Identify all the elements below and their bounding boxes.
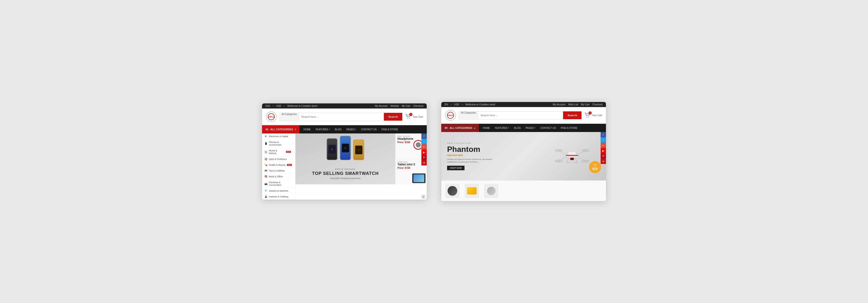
- sidebar-item-label: Jewelry & Watches: [269, 189, 288, 192]
- product-gray: [487, 187, 496, 195]
- sidebar-item-health[interactable]: 💊 Health & Beauty NEW: [262, 162, 295, 168]
- logo[interactable]: COMPLEX: [445, 110, 456, 121]
- sidebar-item-phones[interactable]: 📱 Phones & Accessories ›: [262, 139, 295, 148]
- panel-tag: BEAT BRAND: [397, 135, 425, 137]
- sidebar-item-electronic[interactable]: 🖥 Electronic & Digital ›: [262, 133, 295, 139]
- nav-features[interactable]: FEATURES ▾: [492, 124, 512, 132]
- pinterest-btn[interactable]: P: [422, 155, 427, 160]
- pinterest-btn[interactable]: P: [600, 153, 606, 159]
- wishlist-link[interactable]: Wishlist: [391, 104, 399, 107]
- jewelry-icon: 💎: [265, 189, 268, 192]
- youtube-btn[interactable]: ▶: [422, 149, 427, 155]
- left-top-bar: EN2 ▾ USD ▾ Wellcome to Complex store! M…: [262, 103, 427, 109]
- home-icon: 🏠: [265, 151, 268, 153]
- twitter-btn[interactable]: t: [600, 137, 606, 143]
- my-account-link[interactable]: My Account: [553, 103, 565, 106]
- product-thumb-2[interactable]: [465, 184, 479, 198]
- hero-big-banner: ⚡ 9:41 🎵 APPLE BRANDS TOP SELLING SMARTW…: [296, 133, 395, 184]
- youtube-btn[interactable]: ▶: [600, 148, 606, 153]
- watch-gold: 🎵: [353, 140, 364, 160]
- lang-selector[interactable]: EN2: [266, 104, 270, 107]
- all-categories-btn[interactable]: ALL CATEGORIES ▴: [441, 124, 479, 132]
- search-button[interactable]: Search: [384, 113, 402, 121]
- nav-features[interactable]: FEATURES ▾: [313, 125, 333, 133]
- left-header: COMPLEX All Categories Search 0 Your Car…: [262, 109, 427, 125]
- hamburger-icon: [266, 128, 268, 130]
- tablet-screen: [413, 174, 424, 182]
- logo[interactable]: COMPLEX: [266, 112, 277, 122]
- left-hero-area: f t G+ ▶ P ✉ ⚡ 9:41: [296, 133, 427, 200]
- my-account-link[interactable]: My Account: [375, 104, 388, 107]
- sidebar-item-toys[interactable]: 🎮 Toys & Hobbies: [262, 168, 295, 174]
- search-input[interactable]: [478, 112, 563, 119]
- sidebar-item-label: Fashion & Clothing: [269, 195, 288, 198]
- nav-contact[interactable]: CONTACT US: [359, 125, 379, 133]
- twitter-btn[interactable]: t: [422, 139, 427, 144]
- nav-pages[interactable]: PAGES ▾: [344, 125, 359, 133]
- watch-screen: 🎵: [355, 146, 362, 154]
- electronic-icon: 🖥: [265, 135, 268, 138]
- googleplus-btn[interactable]: G+: [600, 143, 606, 148]
- watch-screen: ⚡: [329, 145, 336, 154]
- currency-selector[interactable]: USD: [276, 104, 281, 107]
- email-btn[interactable]: ✉: [600, 159, 606, 164]
- wish-list-link[interactable]: Wish List: [568, 103, 578, 106]
- checkout-link[interactable]: Checkout: [592, 103, 602, 106]
- product-thumb-3[interactable]: [484, 184, 498, 198]
- search-button[interactable]: Search: [563, 112, 582, 119]
- currency-selector[interactable]: USD: [454, 103, 459, 106]
- sidebar-item-fashion[interactable]: 👗 Fashion & Clothing: [262, 194, 295, 200]
- googleplus-btn[interactable]: G+: [422, 144, 427, 149]
- cart-badge: 0: [409, 113, 412, 116]
- email-btn[interactable]: ✉: [422, 160, 427, 165]
- nav-pages[interactable]: PAGES ▾: [523, 124, 538, 132]
- search-bar: All Categories Search: [279, 113, 403, 121]
- watches-decoration: ⚡ 9:41 🎵: [327, 136, 364, 160]
- category-select[interactable]: All Categories: [280, 113, 299, 121]
- all-categories-btn[interactable]: ALL CATEGORIES ▾: [262, 125, 300, 133]
- hero-main: ⚡ 9:41 🎵 APPLE BRANDS TOP SELLING SMARTW…: [296, 133, 427, 184]
- right-hero-content: NEW COLLECTION Phantom Only from $920 Cl…: [441, 137, 501, 175]
- svg-line-21: [567, 158, 568, 162]
- sidebar-item-cameras[interactable]: 📷 Cameras & Camcorders: [262, 180, 295, 188]
- sidebar-item-sport[interactable]: ⚽ Sport & Outdoors ›: [262, 156, 295, 162]
- svg-line-22: [576, 158, 577, 162]
- cart-area[interactable]: 0 Your Cart: [405, 114, 423, 119]
- facebook-btn[interactable]: f: [600, 132, 606, 137]
- product-thumb-1[interactable]: [445, 184, 460, 198]
- sidebar-item-book[interactable]: 📚 Book & Office: [262, 174, 295, 180]
- left-sidebar: 🖥 Electronic & Digital › 📱 Phones & Acce…: [262, 133, 296, 200]
- nav-home[interactable]: HOME: [301, 125, 313, 133]
- nav-home[interactable]: HOME: [480, 124, 492, 132]
- search-input[interactable]: [299, 113, 384, 121]
- hero-title: TOP SELLING SMARTWATCH: [312, 171, 378, 176]
- price-badge: FROM $ 920: [589, 161, 601, 173]
- facebook-btn[interactable]: f: [422, 133, 427, 139]
- right-hero-wrapper: f t G+ ▶ P ✉ NEW COLLECTION Phantom Only…: [441, 132, 606, 201]
- my-cart-link[interactable]: My Cart: [402, 104, 410, 107]
- nav-blog[interactable]: BLOG: [333, 125, 344, 133]
- cart-label: Your Cart: [592, 114, 602, 117]
- scroll-up-arrow[interactable]: ▲: [422, 195, 425, 199]
- cart-icon-wrap: 0: [585, 113, 590, 118]
- sidebar-item-jewelry[interactable]: 💎 Jewelry & Watches: [262, 188, 295, 194]
- cart-area[interactable]: 0 Your Cart: [585, 113, 602, 118]
- my-cart-link[interactable]: My Cart: [581, 103, 589, 106]
- nav-find-store[interactable]: FIND A STORE: [379, 125, 401, 133]
- nav-contact[interactable]: CONTACT US: [538, 124, 558, 132]
- shop-now-button[interactable]: SHOP NOW: [447, 166, 465, 170]
- nav-find-store[interactable]: FIND A STORE: [558, 124, 580, 132]
- category-select[interactable]: All Categories: [459, 112, 478, 119]
- nav-blog[interactable]: BLOG: [512, 124, 523, 132]
- sidebar-item-label: Book & Office: [269, 175, 283, 178]
- right-top-bar: EN ▾ USD ▾ Wellcome to Complex store! My…: [441, 102, 606, 107]
- welcome-text: Wellcome to Complex store!: [287, 104, 318, 107]
- lang-selector[interactable]: EN: [445, 103, 448, 106]
- all-categories-label: ALL CATEGORIES: [450, 127, 472, 129]
- camera-icon: 📷: [265, 182, 268, 185]
- chevron-right-icon: ›: [292, 135, 293, 137]
- sidebar-item-home[interactable]: 🏠 Home & Kitchen NEW ›: [262, 148, 295, 156]
- checkout-link[interactable]: Checkout: [413, 104, 423, 107]
- svg-point-7: [589, 117, 589, 118]
- svg-point-14: [555, 149, 563, 152]
